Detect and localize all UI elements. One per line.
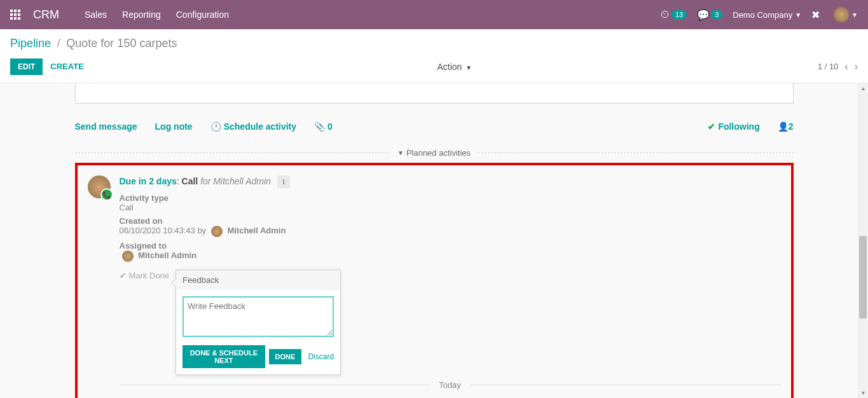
label-activity-type: Activity type	[120, 193, 781, 203]
planned-activities-header[interactable]: ▼Planned activities	[75, 148, 794, 158]
feedback-popover: Feedback DONE & SCHEDULE NEXT DONE Disca…	[176, 270, 341, 375]
popover-title: Feedback	[176, 270, 340, 290]
mark-done-button[interactable]: ✔ Mark Done	[120, 270, 170, 280]
company-switcher[interactable]: Demo Company ▼	[733, 10, 801, 20]
chatter-tabs: Send message Log note 🕐Schedule activity…	[75, 116, 794, 137]
apps-icon[interactable]	[10, 10, 20, 20]
person-icon: 👤	[778, 121, 789, 132]
edit-button[interactable]: EDIT	[10, 58, 43, 75]
info-icon[interactable]: ℹ	[277, 175, 290, 188]
activity-actions: ✔ Mark Done Feedback DONE & SCHEDULE NEX…	[120, 270, 781, 375]
caret-down-icon: ▼	[795, 11, 801, 18]
label-assigned-to: Assigned to	[120, 241, 781, 250]
chat-icon: 💬	[697, 9, 710, 21]
done-schedule-next-button[interactable]: DONE & SCHEDULE NEXT	[183, 345, 265, 368]
chatter: Send message Log note 🕐Schedule activity…	[75, 116, 794, 398]
caret-down-icon: ▼	[851, 11, 858, 18]
user-avatar	[834, 7, 849, 22]
wrench-icon: ✖	[811, 9, 820, 21]
menu-reporting[interactable]: Reporting	[122, 10, 161, 20]
debug-icon[interactable]: ✖	[811, 9, 820, 21]
value-assigned-to: Mitchell Admin	[120, 250, 781, 262]
attachments-tab[interactable]: 📎0	[314, 121, 333, 132]
value-created-on: 06/10/2020 10:43:43 by Mitchell Admin	[120, 226, 781, 237]
activity-details: Activity type Call Created on 06/10/2020…	[120, 193, 781, 262]
scroll-down-icon[interactable]: ▾	[858, 388, 868, 398]
user-menu[interactable]: ▼	[830, 7, 858, 22]
activity-type-short: Call	[182, 176, 198, 186]
activity-highlight: 📞 Due in 2 days: Call for Mitchell Admin…	[75, 163, 794, 398]
discard-link[interactable]: Discard	[308, 352, 334, 361]
pager: 1 / 10 ‹ ›	[818, 61, 858, 72]
pager-prev[interactable]: ‹	[844, 61, 848, 72]
activity-item: 📞 Due in 2 days: Call for Mitchell Admin…	[88, 175, 781, 398]
form-sheet	[75, 83, 794, 104]
action-dropdown[interactable]: Action ▼	[437, 62, 472, 72]
today-label: Today	[430, 380, 470, 390]
form-sheet-area: Send message Log note 🕐Schedule activity…	[0, 83, 868, 398]
today-divider: Today	[120, 380, 781, 390]
mini-avatar	[211, 226, 223, 237]
scroll-up-icon[interactable]: ▴	[858, 83, 868, 93]
activities-indicator[interactable]: ⏲ 13	[660, 9, 687, 20]
following-button[interactable]: ✔ Following	[708, 121, 759, 132]
breadcrumb: Pipeline / Quote for 150 carpets	[0, 29, 868, 53]
paperclip-icon: 📎	[314, 121, 325, 132]
created-by-name: Mitchell Admin	[227, 226, 286, 235]
activity-avatar: 📞	[88, 175, 111, 198]
check-icon: ✔	[120, 271, 127, 280]
activities-count: 13	[672, 10, 687, 19]
control-panel: EDIT CREATE Action ▼ 1 / 10 ‹ ›	[0, 53, 868, 83]
activity-due: Due in 2 days	[120, 176, 177, 186]
send-message-tab[interactable]: Send message	[75, 121, 137, 132]
company-name: Demo Company	[733, 10, 792, 20]
schedule-activity-tab[interactable]: 🕐Schedule activity	[210, 121, 296, 132]
phone-icon: 📞	[100, 188, 113, 201]
clock-icon: 🕐	[210, 121, 221, 132]
brand[interactable]: CRM	[33, 8, 59, 22]
log-note-tab[interactable]: Log note	[155, 121, 193, 132]
scrollbar-thumb[interactable]	[859, 236, 867, 319]
clock-icon: ⏲	[660, 9, 670, 20]
caret-down-icon: ▼	[465, 64, 472, 71]
navbar: CRM Sales Reporting Configuration ⏲ 13 💬…	[0, 0, 868, 29]
pager-text: 1 / 10	[818, 62, 839, 71]
menu-sales[interactable]: Sales	[85, 10, 107, 20]
breadcrumb-current: Quote for 150 carpets	[66, 37, 177, 50]
activity-header: Due in 2 days: Call for Mitchell Admin ℹ	[120, 175, 781, 188]
assigned-to-name: Mitchell Admin	[138, 250, 196, 260]
label-created-on: Created on	[120, 216, 781, 226]
pager-next[interactable]: ›	[855, 61, 858, 72]
done-button[interactable]: DONE	[269, 349, 302, 364]
followers-button[interactable]: 👤2	[778, 121, 794, 132]
menu-configuration[interactable]: Configuration	[176, 10, 229, 20]
create-button[interactable]: CREATE	[43, 58, 91, 75]
breadcrumb-parent[interactable]: Pipeline	[10, 37, 51, 50]
feedback-textarea[interactable]	[183, 296, 334, 337]
messages-count: 3	[711, 10, 722, 19]
mini-avatar	[122, 250, 134, 262]
value-activity-type: Call	[120, 203, 781, 212]
messages-indicator[interactable]: 💬 3	[697, 9, 722, 21]
scrollbar[interactable]: ▴ ▾	[858, 83, 868, 398]
caret-down-icon: ▼	[397, 149, 404, 156]
check-icon: ✔	[708, 121, 715, 132]
breadcrumb-separator: /	[57, 37, 60, 50]
